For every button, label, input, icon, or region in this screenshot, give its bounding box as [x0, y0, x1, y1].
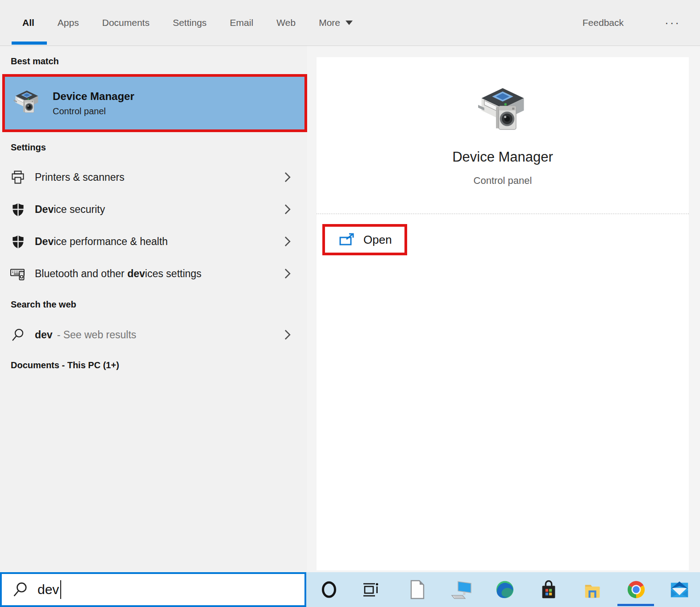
cortana-button[interactable]	[318, 579, 340, 600]
preview-title: Device Manager	[317, 149, 689, 165]
mail-icon	[669, 580, 690, 599]
chrome-active-indicator	[617, 604, 654, 606]
open-button-label: Open	[363, 233, 392, 247]
chevron-right-icon	[284, 235, 291, 248]
windows-search-flyout: All Apps Documents Settings Email Web Mo…	[0, 0, 700, 607]
shield-icon	[9, 234, 27, 249]
open-button[interactable]: Open	[322, 224, 407, 255]
best-match-title: Device Manager	[53, 90, 134, 103]
result-label: Device security	[35, 204, 105, 216]
this-pc-button[interactable]	[451, 579, 472, 600]
file-explorer-icon	[582, 579, 603, 600]
microsoft-store-icon	[538, 579, 559, 600]
preview-divider	[317, 213, 689, 214]
settings-section-label: Settings	[11, 141, 46, 154]
preview-subtitle: Control panel	[317, 175, 689, 187]
mail-button[interactable]	[669, 579, 690, 600]
tab-email[interactable]: Email	[230, 17, 254, 28]
documents-section-label: Documents - This PC (1+)	[11, 359, 119, 371]
preview-panel: Device Manager Control panel Open	[307, 46, 700, 572]
shield-icon	[9, 202, 27, 217]
best-match-result-device-manager[interactable]: Device Manager Control panel	[2, 74, 307, 132]
preview-card: Device Manager Control panel Open	[317, 57, 689, 570]
cortana-ring-icon	[319, 580, 339, 599]
result-bluetooth-devices-settings[interactable]: Bluetooth and other devices settings	[0, 258, 307, 290]
chevron-right-icon	[284, 171, 291, 183]
taskbar	[306, 572, 700, 607]
search-input-value: dev	[38, 582, 59, 597]
pc-monitor-icon	[451, 580, 472, 599]
edge-icon	[495, 579, 515, 600]
tab-documents[interactable]: Documents	[102, 17, 150, 28]
active-tab-underline	[12, 42, 47, 45]
device-manager-icon-large	[476, 85, 529, 138]
feedback-button[interactable]: Feedback	[583, 17, 624, 28]
search-icon	[12, 582, 29, 598]
printer-icon	[9, 170, 27, 184]
keyboard-devices-icon	[9, 266, 27, 282]
result-label: Printers & scanners	[35, 171, 125, 183]
overflow-menu-button[interactable]: ···	[665, 16, 680, 30]
libreoffice-document-icon	[407, 579, 426, 600]
chrome-icon	[626, 579, 646, 600]
file-explorer-button[interactable]	[582, 579, 603, 600]
microsoft-store-button[interactable]	[538, 579, 559, 600]
chevron-right-icon	[284, 328, 291, 341]
tab-all[interactable]: All	[22, 17, 34, 28]
best-match-section-label: Best match	[11, 55, 59, 67]
tab-more[interactable]: More	[319, 17, 353, 28]
device-manager-icon	[12, 89, 41, 117]
edge-button[interactable]	[494, 579, 516, 600]
chrome-button[interactable]	[625, 579, 647, 600]
tab-settings[interactable]: Settings	[173, 17, 207, 28]
chevron-right-icon	[284, 267, 291, 280]
result-device-security[interactable]: Device security	[0, 193, 307, 225]
result-label: dev- See web results	[35, 329, 136, 341]
chevron-right-icon	[284, 203, 291, 216]
best-match-text: Device Manager Control panel	[53, 90, 134, 116]
tab-web[interactable]: Web	[276, 17, 296, 28]
libreoffice-button[interactable]	[406, 579, 427, 600]
result-see-web-results[interactable]: dev- See web results	[0, 319, 307, 351]
text-cursor	[60, 580, 61, 599]
tab-apps[interactable]: Apps	[58, 17, 79, 28]
task-view-button[interactable]	[360, 579, 382, 600]
chevron-down-icon	[346, 21, 353, 25]
result-device-performance-health[interactable]: Device performance & health	[0, 225, 307, 258]
result-printers-scanners[interactable]: Printers & scanners	[0, 161, 307, 193]
search-filter-tabbar: All Apps Documents Settings Email Web Mo…	[0, 0, 700, 46]
open-external-icon	[339, 233, 354, 246]
best-match-subtitle: Control panel	[53, 106, 134, 116]
search-results-panel: Best match Device Manager Control panel …	[0, 46, 307, 572]
web-section-label: Search the web	[11, 298, 76, 311]
result-label: Device performance & health	[35, 236, 168, 248]
search-icon	[9, 328, 27, 342]
search-input[interactable]: dev	[0, 572, 306, 607]
result-label: Bluetooth and other devices settings	[35, 268, 201, 280]
task-view-icon	[361, 580, 381, 599]
